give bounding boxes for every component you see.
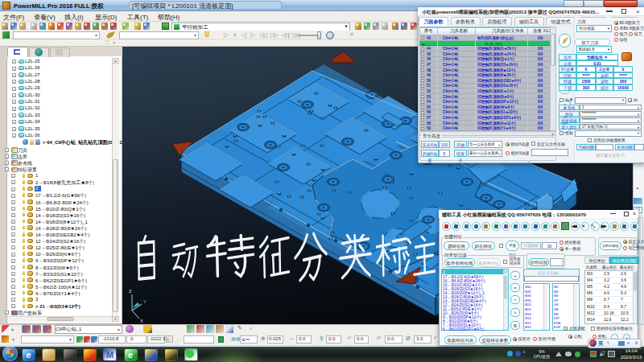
svg-text:Z: Z	[129, 289, 132, 294]
svg-text:X: X	[140, 319, 143, 323]
svg-text:Y: Y	[143, 299, 147, 304]
